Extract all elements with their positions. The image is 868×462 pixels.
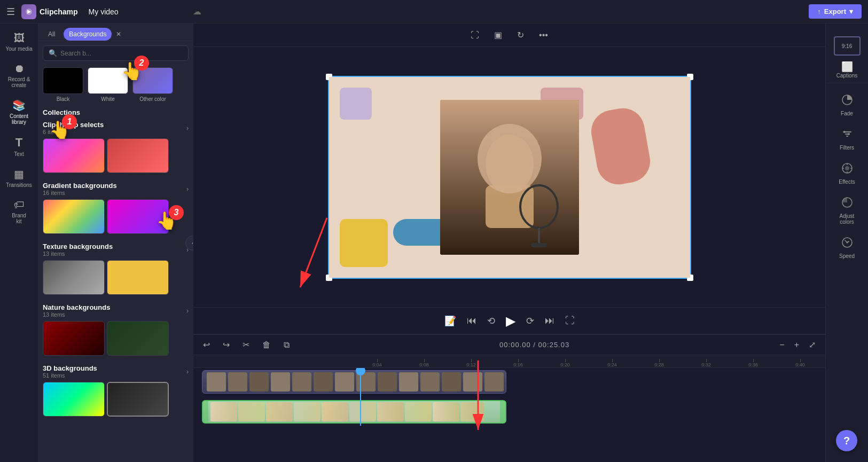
crop-button[interactable]: ⛶	[466, 28, 483, 42]
left-sidebar: 🖼 Your media ⏺ Record &create 📚 Contentl…	[0, 24, 38, 462]
3d-title: 3D backgrounds	[43, 364, 97, 372]
shape-purple-blob	[340, 88, 372, 120]
sidebar-item-text[interactable]: T Text	[2, 131, 36, 161]
tab-all[interactable]: All	[43, 28, 60, 41]
collection-gradient-backgrounds-header[interactable]: Gradient backgrounds 16 items ›	[43, 182, 189, 196]
effects-label: Effects	[839, 179, 855, 185]
pip-button[interactable]: ▣	[490, 28, 506, 42]
right-tool-filters[interactable]: Filters	[828, 123, 866, 156]
collections-label: Collections	[43, 108, 189, 116]
transitions-label: Transitions	[6, 182, 32, 188]
sidebar-item-transitions[interactable]: ▦ Transitions	[2, 163, 36, 192]
brand-kit-icon: 🏷	[14, 199, 25, 211]
fit-timeline-button[interactable]: ⤢	[806, 338, 819, 351]
texture-title: Texture backgrounds	[43, 242, 113, 250]
duplicate-button[interactable]: ⧉	[280, 339, 293, 351]
clipchamp-selects-title: Clipchamp selects	[43, 121, 104, 129]
collection-texture-backgrounds-header[interactable]: Texture backgrounds 13 items ›	[43, 242, 189, 257]
video-title-input[interactable]	[84, 5, 186, 18]
skip-forward-button[interactable]: ⟳	[526, 315, 534, 327]
3d-thumb-2[interactable]	[107, 382, 169, 417]
svg-point-19	[845, 166, 849, 170]
right-tool-speed[interactable]: Speed	[828, 231, 866, 264]
logo-area: Clipchamp	[21, 4, 78, 19]
ruler-mark-0:16: 0:16	[495, 359, 542, 367]
aspect-ratio-display[interactable]: 9:16	[834, 36, 861, 56]
gradient-thumb-1[interactable]	[43, 199, 105, 234]
svg-rect-7	[531, 243, 547, 247]
ruler-mark-0:28: 0:28	[636, 359, 683, 367]
help-button[interactable]: ?	[836, 430, 857, 451]
rewind-button[interactable]: ⏮	[467, 315, 476, 326]
texture-thumb-2[interactable]	[107, 260, 169, 295]
color-swatch-white[interactable]: White	[88, 67, 128, 102]
track-handle-right[interactable]	[500, 401, 505, 422]
cut-button[interactable]: ✂	[239, 338, 253, 351]
collection-nature-backgrounds-header[interactable]: Nature backgrounds 13 items ›	[43, 303, 189, 318]
right-tool-fade[interactable]: Fade	[828, 89, 866, 122]
track-handle-left[interactable]	[203, 401, 208, 422]
svg-point-16	[843, 131, 846, 133]
other-swatch-label: Other color	[139, 96, 166, 102]
fullscreen-button[interactable]: ⛶	[565, 315, 575, 326]
video-track-clip[interactable]	[202, 370, 506, 394]
nature-thumb-1[interactable]	[43, 321, 105, 356]
sidebar-item-your-media[interactable]: 🖼 Your media	[2, 28, 36, 56]
ruler-marks: 0:04 0:08 0:12 0:16	[354, 355, 825, 367]
sidebar-item-record-create[interactable]: ⏺ Record &create	[2, 58, 36, 92]
black-swatch-label: Black	[57, 96, 69, 102]
delete-button[interactable]: 🗑	[259, 339, 274, 351]
color-swatch-black[interactable]: Black	[43, 67, 83, 102]
rotate-button[interactable]: ↻	[513, 28, 528, 42]
svg-line-9	[300, 218, 327, 287]
zoom-in-button[interactable]: +	[791, 339, 802, 351]
panel-search-area: 🔍	[38, 41, 193, 65]
shape-pink-blob	[588, 105, 653, 187]
video-toolbar: ⛶ ▣ ↻ •••	[193, 24, 825, 47]
search-input[interactable]	[60, 50, 183, 57]
collection-3d-backgrounds-header[interactable]: 3D backgrounds 51 items ›	[43, 364, 189, 379]
texture-thumb-1[interactable]	[43, 260, 105, 295]
gradient-thumb-2[interactable]	[107, 199, 169, 234]
solid-colors-row: Black White Other color	[43, 67, 189, 102]
your-media-icon: 🖼	[14, 32, 25, 44]
right-tool-effects[interactable]: Effects	[828, 157, 866, 190]
video-canvas	[328, 76, 691, 279]
background-track-row	[198, 398, 825, 426]
captions-label[interactable]: ⬜ Captions	[836, 61, 857, 79]
gradient-thumbs	[43, 199, 189, 234]
timeline-toolbar: ↩ ↪ ✂ 🗑 ⧉ 00:00.00 / 00:25.03 − + ⤢	[193, 335, 825, 355]
captions-toggle-button[interactable]: 📝	[444, 315, 456, 327]
color-swatch-other[interactable]: Other color	[132, 67, 173, 102]
tab-backgrounds[interactable]: Backgrounds	[64, 28, 112, 41]
skip-end-button[interactable]: ⏭	[545, 315, 554, 326]
undo-button[interactable]: ↩	[200, 338, 213, 351]
menu-icon[interactable]: ☰	[6, 6, 15, 18]
fade-label: Fade	[841, 111, 853, 116]
texture-thumbs	[43, 260, 189, 295]
sidebar-item-brand-kit[interactable]: 🏷 Brandkit	[2, 194, 36, 229]
3d-thumb-1[interactable]	[43, 382, 105, 417]
clipchamp-thumb-1[interactable]	[43, 138, 105, 173]
video-controls: 📝 ⏮ ⟲ ▶ ⟳ ⏭ ⛶	[193, 307, 825, 334]
skip-back-button[interactable]: ⟲	[487, 315, 495, 327]
right-tool-adjust-colors[interactable]: Adjustcolors	[828, 191, 866, 230]
record-create-label: Record &create	[8, 76, 30, 88]
export-icon: ↑	[817, 7, 821, 15]
play-pause-button[interactable]: ▶	[506, 314, 515, 328]
more-options-button[interactable]: •••	[535, 28, 552, 42]
zoom-out-button[interactable]: −	[776, 339, 787, 351]
clipchamp-thumb-2[interactable]	[107, 138, 169, 173]
export-button[interactable]: ↑ Export ▾	[809, 4, 862, 19]
nature-title: Nature backgrounds	[43, 303, 110, 311]
background-track-clip[interactable]	[202, 400, 506, 424]
search-icon: 🔍	[49, 49, 57, 57]
sidebar-item-content-library[interactable]: 📚 Contentlibrary	[2, 95, 36, 129]
nature-count: 13 items	[43, 311, 110, 318]
collection-clipchamp-selects-header[interactable]: Clipchamp selects 6 items ›	[43, 121, 189, 135]
nature-thumb-2[interactable]	[107, 321, 169, 356]
redo-button[interactable]: ↪	[220, 338, 233, 351]
playhead[interactable]	[360, 368, 361, 426]
tab-close-button[interactable]: ✕	[115, 29, 122, 39]
backgrounds-panel: All Backgrounds ✕ 🔍 Black White	[38, 24, 193, 462]
